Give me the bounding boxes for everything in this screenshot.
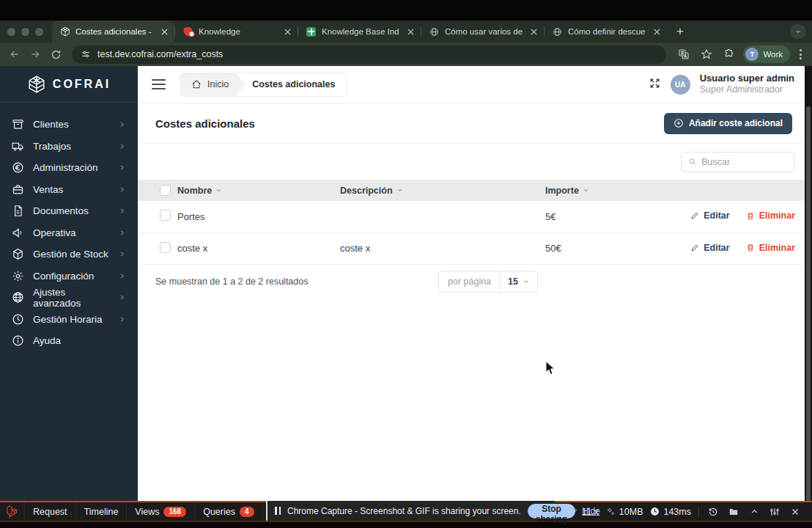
new-tab-button[interactable]: + [670, 21, 690, 42]
debugbar-tab-queries[interactable]: Queries4 [195, 502, 262, 521]
tab-como-usar-varios-descuentos[interactable]: Cómo usar varios descuento [421, 21, 544, 43]
sort-chevron-icon[interactable] [583, 187, 589, 194]
page-title: Costes adicionales [155, 117, 255, 130]
row-checkbox[interactable] [160, 242, 171, 253]
window-controls[interactable] [0, 21, 52, 43]
browser-menu-icon[interactable] [795, 49, 806, 59]
sidebar-item-ayuda[interactable]: Ayuda [0, 330, 138, 352]
search-box[interactable] [681, 152, 795, 172]
column-descripcion[interactable]: Descripción [340, 186, 393, 196]
delete-link[interactable]: Eliminar [746, 210, 795, 221]
info-circle-icon [12, 334, 24, 347]
window-zoom-button[interactable] [35, 28, 43, 36]
edit-link[interactable]: Editar [690, 243, 729, 253]
tab-close-icon[interactable] [651, 26, 662, 37]
reload-icon[interactable] [47, 45, 64, 63]
sidebar-item-trabajos[interactable]: Trabajos [0, 136, 138, 158]
hamburger-menu-icon[interactable] [145, 71, 171, 98]
toolbar-right: T Work [675, 45, 806, 63]
sheets-favicon-icon [306, 26, 317, 37]
url-bar[interactable]: test.dev.cofrai.com/extra_costs [72, 45, 666, 64]
cell-descripcion: coste x [340, 232, 545, 264]
tab-search-chevron-icon[interactable] [790, 24, 806, 39]
cofrai-logo[interactable]: COFRAI [0, 66, 138, 103]
tab-knowledge[interactable]: Knowledge [175, 21, 298, 43]
chevron-right-icon [119, 273, 125, 279]
memory-usage: 10MB [606, 507, 643, 517]
sidebar-item-clientes[interactable]: Clientes [0, 114, 138, 136]
chevron-right-icon [119, 294, 125, 301]
url-text[interactable]: test.dev.cofrai.com/extra_costs [97, 49, 223, 59]
cofrai-favicon-icon [59, 26, 70, 37]
tab-como-definir-descuentos[interactable]: Cómo definir descuentos glo [545, 21, 667, 43]
chevron-right-icon [119, 164, 125, 171]
per-page-control[interactable]: por página 15 [438, 271, 538, 293]
tab-close-icon[interactable] [158, 26, 170, 37]
sort-chevron-icon[interactable] [215, 187, 222, 194]
laravel-logo-icon[interactable] [0, 502, 25, 521]
user-avatar[interactable]: UA [671, 75, 690, 95]
gears-icon [606, 507, 616, 516]
sidebar-item-administracion[interactable]: Administración [0, 157, 138, 179]
sidebar-item-gestion-de-stock[interactable]: Gestión de Stock [0, 243, 138, 265]
column-importe[interactable]: Importe [545, 186, 579, 196]
clock-icon [12, 313, 24, 326]
sidebar-item-documentos[interactable]: Documentos [0, 200, 138, 222]
stop-sharing-button[interactable]: Stop sharing [528, 504, 575, 518]
add-cost-button[interactable]: Añadir coste adicional [664, 113, 792, 134]
window-minimize-button[interactable] [21, 28, 29, 36]
profile-name: Work [763, 50, 783, 59]
page-scrollbar[interactable] [805, 66, 812, 522]
search-input[interactable] [701, 157, 788, 167]
tab-knowledge-base-index[interactable]: Knowledge Base Index - Hoja [298, 21, 421, 43]
settings-sliders-icon[interactable] [768, 507, 781, 517]
user-info[interactable]: Usuario super admin Super Administrador [700, 73, 794, 96]
tab-costes-adicionales[interactable]: Costes adicionales - Cofrai.c [52, 21, 174, 43]
sidebar-item-operativa[interactable]: Operativa [0, 222, 138, 244]
select-all-checkbox[interactable] [160, 185, 171, 196]
back-icon[interactable] [6, 45, 23, 63]
queries-badge: 4 [240, 507, 254, 517]
edit-link[interactable]: Editar [690, 210, 729, 221]
sidebar-item-gestion-horaria[interactable]: Gestión Horaria [0, 309, 138, 331]
close-icon[interactable] [789, 507, 802, 516]
scrollbar-thumb[interactable] [806, 106, 811, 510]
debugbar-tab-timeline[interactable]: Timeline [76, 502, 128, 521]
sidebar-item-ajustes-avanzados[interactable]: Ajustes avanzados [0, 287, 138, 309]
debugbar-tab-request[interactable]: Request [25, 502, 76, 521]
column-nombre[interactable]: Nombre [177, 186, 212, 196]
delete-link[interactable]: Eliminar [746, 243, 795, 253]
table-row[interactable]: Portes 5€ Editar Elimi [138, 201, 812, 232]
sort-chevron-icon[interactable] [396, 187, 403, 194]
tab-close-icon[interactable] [405, 26, 416, 37]
bookmark-star-icon[interactable] [698, 45, 715, 63]
row-checkbox[interactable] [160, 210, 171, 221]
folder-icon[interactable] [727, 507, 740, 517]
site-info-icon[interactable] [81, 49, 91, 59]
debugbar-tab-views[interactable]: Views168 [127, 502, 195, 521]
sidebar-item-ventas[interactable]: Ventas [0, 179, 138, 201]
sidebar-item-configuracion[interactable]: Configuración [0, 265, 138, 287]
chevron-right-icon [119, 186, 125, 193]
cell-nombre: coste x [177, 232, 340, 264]
window-close-button[interactable] [7, 28, 15, 36]
breadcrumb-home[interactable]: Inicio [181, 73, 245, 96]
chevron-up-icon[interactable] [748, 507, 761, 516]
page: COFRAI Clientes Trabajos [0, 66, 812, 522]
forward-icon[interactable] [26, 45, 44, 63]
tab-close-icon[interactable] [281, 26, 293, 37]
per-page-select[interactable]: 15 [501, 276, 537, 287]
history-icon[interactable] [706, 507, 720, 517]
plus-circle-icon [673, 118, 684, 128]
hide-link[interactable]: Hide [582, 506, 600, 516]
cofrai-logo-icon [27, 75, 46, 94]
tab-close-icon[interactable] [528, 26, 539, 37]
title-row: Costes adicionales Añadir coste adiciona… [138, 103, 812, 144]
fullscreen-expand-icon[interactable] [649, 77, 661, 92]
profile-chip[interactable]: T Work [743, 45, 790, 63]
extensions-puzzle-icon[interactable] [720, 45, 738, 63]
breadcrumb: Inicio Costes adicionales [180, 73, 347, 97]
translate-icon[interactable] [675, 45, 693, 63]
red-app-favicon-icon [182, 26, 193, 37]
table-row[interactable]: coste x coste x 50€ Editar [138, 232, 812, 264]
